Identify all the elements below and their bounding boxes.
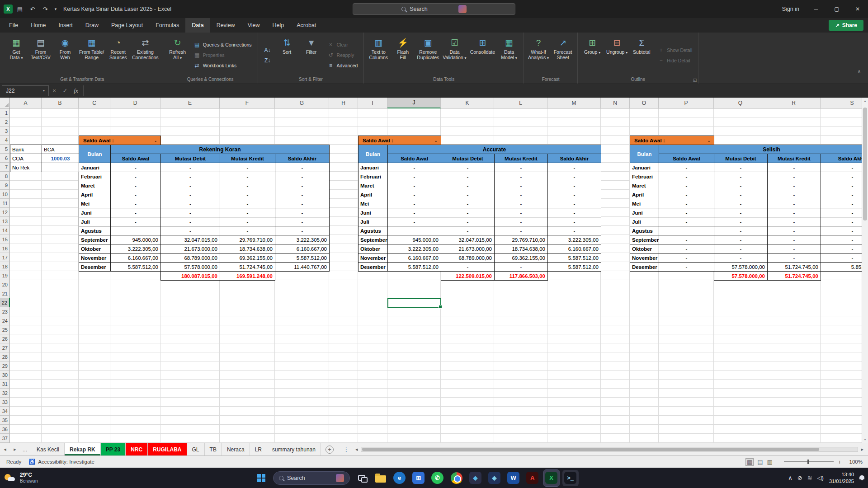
data-cell[interactable]: 57.578.000,00 bbox=[160, 262, 220, 272]
row-header-34[interactable]: 34 bbox=[0, 407, 10, 416]
data-cell[interactable]: - bbox=[767, 172, 821, 181]
column-header-g[interactable]: G bbox=[275, 98, 329, 108]
data-cell[interactable]: 29.769.710,00 bbox=[220, 235, 275, 244]
photos-icon[interactable]: ◆ bbox=[467, 470, 484, 486]
taskbar-clock[interactable]: 13:40 31/01/2025 bbox=[829, 471, 854, 484]
ribbon-button-data-model[interactable]: ▦DataModel ▾ bbox=[497, 34, 521, 76]
table-title-accurate[interactable]: Accurate bbox=[387, 145, 601, 154]
month-cell[interactable]: Januari bbox=[79, 163, 111, 172]
data-cell[interactable]: - bbox=[659, 235, 714, 244]
data-cell[interactable]: - bbox=[387, 208, 441, 217]
data-cell[interactable]: - bbox=[275, 226, 330, 235]
data-cell[interactable]: - bbox=[767, 253, 821, 263]
zoom-level[interactable]: 100% bbox=[845, 459, 863, 465]
data-cell[interactable]: 945.000,00 bbox=[387, 235, 441, 244]
scroll-up-icon[interactable]: ▲ bbox=[862, 99, 868, 103]
formula-input[interactable] bbox=[83, 85, 868, 96]
column-header-accurate-saldo-akhir[interactable]: Saldo Akhir bbox=[547, 154, 601, 163]
coa-label[interactable]: COA bbox=[10, 154, 42, 163]
data-cell[interactable]: - bbox=[547, 172, 601, 181]
data-cell[interactable] bbox=[659, 226, 714, 235]
month-cell[interactable]: Februari bbox=[358, 172, 388, 181]
data-cell[interactable]: - bbox=[547, 181, 601, 190]
column-header-r[interactable]: R bbox=[767, 98, 821, 108]
ribbon-button-from-table-range[interactable]: ▦From Table/Range bbox=[78, 34, 105, 76]
ribbon-tab-data[interactable]: Data bbox=[185, 18, 210, 33]
data-cell[interactable]: - bbox=[160, 217, 220, 226]
task-view-icon[interactable] bbox=[354, 470, 370, 486]
data-cell[interactable]: - bbox=[767, 163, 821, 172]
data-cell[interactable]: - bbox=[110, 217, 161, 226]
data-cell[interactable]: - bbox=[659, 262, 714, 272]
data-cell[interactable]: - bbox=[547, 199, 601, 208]
data-cell[interactable]: - bbox=[494, 208, 548, 217]
row-header-19[interactable]: 19 bbox=[0, 271, 10, 280]
data-cell[interactable]: - bbox=[714, 172, 768, 181]
ribbon-button-flash-fill[interactable]: ⚡FlashFill bbox=[391, 34, 415, 76]
data-cell[interactable]: - bbox=[821, 253, 868, 263]
taskbar-search[interactable]: Search bbox=[273, 471, 350, 485]
data-cell[interactable]: 3.222.305,00 bbox=[110, 244, 161, 253]
column-header-e[interactable]: E bbox=[160, 98, 220, 108]
table-title-selisih[interactable]: Selisih bbox=[659, 145, 868, 154]
ribbon-button-advanced[interactable]: ≡Advanced bbox=[326, 61, 360, 70]
data-cell[interactable]: - bbox=[441, 181, 495, 190]
word-icon[interactable]: W bbox=[505, 470, 522, 486]
total-cell[interactable]: 169.591.248,00 bbox=[220, 271, 275, 281]
data-cell[interactable]: 5.587.512,00 bbox=[110, 262, 161, 272]
data-cell[interactable]: - bbox=[821, 199, 868, 208]
row-header-18[interactable]: 18 bbox=[0, 262, 10, 271]
data-cell[interactable]: - bbox=[441, 172, 495, 181]
bulan-header-accurate[interactable]: Bulan bbox=[358, 145, 388, 163]
data-cell[interactable]: - bbox=[441, 226, 495, 235]
data-cell[interactable]: - bbox=[767, 181, 821, 190]
row-header-2[interactable]: 2 bbox=[0, 117, 10, 127]
ribbon-button-group[interactable]: ⊞Group ▾ bbox=[580, 34, 604, 76]
data-cell[interactable]: - bbox=[275, 217, 330, 226]
phone-link-icon[interactable]: ◈ bbox=[486, 470, 503, 486]
data-cell[interactable]: - bbox=[659, 199, 714, 208]
redo-icon[interactable]: ↷ bbox=[40, 4, 51, 14]
row-header-15[interactable]: 15 bbox=[0, 235, 10, 244]
row-header-1[interactable]: 1 bbox=[0, 108, 10, 117]
row-header-27[interactable]: 27 bbox=[0, 343, 10, 352]
month-cell[interactable]: Maret bbox=[358, 181, 388, 190]
data-cell[interactable]: 11.440.767,00 bbox=[275, 262, 330, 272]
data-cell[interactable]: - bbox=[441, 199, 495, 208]
column-header-accurate-mutasi-kredit[interactable]: Mutasi Kredit bbox=[494, 154, 548, 163]
data-cell[interactable]: - bbox=[714, 199, 768, 208]
data-cell[interactable]: - bbox=[659, 163, 714, 172]
data-cell[interactable]: 32.047.015,00 bbox=[441, 235, 495, 244]
data-cell[interactable]: - bbox=[387, 217, 441, 226]
row-header-8[interactable]: 8 bbox=[0, 172, 10, 181]
data-cell[interactable]: - bbox=[659, 181, 714, 190]
name-box[interactable]: J22 ▾ bbox=[2, 85, 49, 96]
data-cell[interactable]: - bbox=[821, 163, 868, 172]
normal-view-icon[interactable]: ▦ bbox=[746, 459, 753, 465]
name-box-dropdown-icon[interactable]: ▾ bbox=[43, 89, 45, 93]
data-cell[interactable]: 21.673.000,00 bbox=[441, 244, 495, 253]
row-header-7[interactable]: 7 bbox=[0, 163, 10, 172]
page-layout-view-icon[interactable]: ▤ bbox=[757, 459, 763, 465]
data-cell[interactable]: - bbox=[110, 208, 161, 217]
data-cell[interactable]: - bbox=[494, 217, 548, 226]
data-cell[interactable]: - bbox=[494, 181, 548, 190]
excel-icon[interactable]: X bbox=[543, 470, 560, 486]
page-break-view-icon[interactable]: ▥ bbox=[767, 459, 773, 465]
column-header-i[interactable]: I bbox=[358, 98, 387, 108]
data-cell[interactable]: - bbox=[275, 208, 330, 217]
tray-icon-0[interactable]: ∧ bbox=[788, 474, 793, 481]
ribbon-button-existing-connections[interactable]: ⇄ExistingConnections bbox=[131, 34, 160, 76]
ribbon-button-sort-az[interactable]: A↓ bbox=[262, 45, 273, 55]
sheet-tab-nrc[interactable]: NRC bbox=[126, 443, 148, 455]
data-cell[interactable]: - bbox=[110, 190, 161, 199]
whatsapp-icon[interactable]: ✆ bbox=[429, 470, 446, 486]
row-header-9[interactable]: 9 bbox=[0, 181, 10, 190]
store-icon[interactable]: ⊞ bbox=[410, 470, 427, 486]
share-button[interactable]: ↗ Share bbox=[829, 20, 863, 31]
data-cell[interactable]: - bbox=[220, 217, 275, 226]
column-header-selisih-saldo-awal[interactable]: Saldo Awal bbox=[659, 154, 714, 163]
scroll-right-icon[interactable]: ▸ bbox=[860, 446, 864, 452]
data-cell[interactable]: - bbox=[714, 181, 768, 190]
data-cell[interactable]: - bbox=[714, 190, 768, 199]
